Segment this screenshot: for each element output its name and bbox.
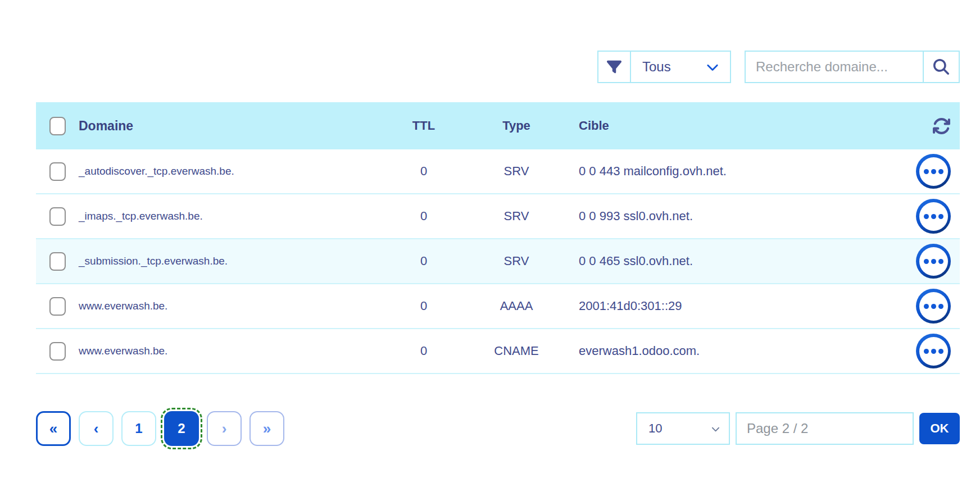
domain-cell: _imaps._tcp.everwash.be.	[79, 210, 379, 222]
column-header-target: Cible	[564, 119, 892, 133]
row-actions-button[interactable]	[916, 244, 951, 279]
target-cell: everwash1.odoo.com.	[564, 344, 892, 358]
page-1-button[interactable]: 1	[121, 411, 156, 446]
refresh-icon	[932, 117, 951, 135]
type-cell: AAAA	[469, 299, 564, 313]
ellipsis-icon	[919, 292, 948, 321]
table-header: Domaine TTL Type Cible	[36, 102, 960, 149]
row-actions-button[interactable]	[916, 334, 951, 368]
record-type-filter: Tous	[597, 51, 731, 83]
domain-cell: _submission._tcp.everwash.be.	[79, 255, 379, 267]
domain-cell: _autodiscover._tcp.everwash.be.	[79, 165, 379, 177]
toolbar: Tous	[36, 51, 960, 83]
table-row: www.everwash.be. 0 AAAA 2001:41d0:301::2…	[36, 284, 960, 329]
filter-selected-value: Tous	[642, 59, 671, 75]
next-page-button[interactable]: ›	[207, 411, 242, 446]
ttl-cell: 0	[379, 344, 469, 358]
ok-button[interactable]: OK	[919, 413, 960, 444]
page-size-select[interactable]: 10	[636, 412, 730, 445]
chevron-down-icon	[711, 425, 720, 433]
dns-records-table: Domaine TTL Type Cible _autodiscover._tc…	[36, 102, 960, 374]
ttl-cell: 0	[379, 254, 469, 268]
chevron-down-icon	[706, 61, 719, 73]
table-footer: « ‹ 1 2 › » 10 OK	[36, 411, 960, 446]
ttl-cell: 0	[379, 299, 469, 313]
ellipsis-icon	[919, 247, 948, 276]
row-actions-button[interactable]	[916, 154, 951, 189]
filter-type-select[interactable]: Tous	[631, 52, 730, 82]
dns-records-page: Tous Domaine TTL Type Cible	[0, 51, 980, 446]
table-row: _submission._tcp.everwash.be. 0 SRV 0 0 …	[36, 239, 960, 284]
search-input[interactable]	[746, 52, 923, 82]
column-header-ttl: TTL	[379, 119, 469, 133]
column-header-domain: Domaine	[79, 119, 379, 134]
select-all-checkbox[interactable]	[49, 117, 66, 135]
pagination: « ‹ 1 2 › »	[36, 411, 284, 446]
previous-page-button[interactable]: ‹	[79, 411, 114, 446]
target-cell: 2001:41d0:301::29	[564, 299, 892, 313]
ellipsis-icon	[919, 157, 948, 186]
ttl-cell: 0	[379, 164, 469, 179]
page-controls: 10 OK	[636, 412, 960, 445]
column-header-type: Type	[469, 119, 564, 133]
row-checkbox[interactable]	[49, 342, 66, 361]
row-checkbox[interactable]	[49, 162, 66, 181]
row-actions-button[interactable]	[916, 199, 951, 234]
domain-cell: www.everwash.be.	[79, 300, 379, 312]
type-cell: SRV	[469, 254, 564, 268]
ellipsis-icon	[919, 202, 948, 231]
type-cell: SRV	[469, 164, 564, 179]
target-cell: 0 0 993 ssl0.ovh.net.	[564, 209, 892, 224]
search-button[interactable]	[923, 52, 959, 82]
target-cell: 0 0 465 ssl0.ovh.net.	[564, 254, 892, 268]
table-row: _imaps._tcp.everwash.be. 0 SRV 0 0 993 s…	[36, 194, 960, 239]
last-page-button[interactable]: »	[249, 411, 284, 446]
search-icon	[933, 59, 949, 75]
type-cell: CNAME	[469, 344, 564, 358]
first-page-button[interactable]: «	[36, 411, 71, 446]
row-actions-button[interactable]	[916, 289, 951, 324]
table-row: _autodiscover._tcp.everwash.be. 0 SRV 0 …	[36, 149, 960, 194]
domain-cell: www.everwash.be.	[79, 345, 379, 357]
refresh-button[interactable]	[932, 117, 951, 135]
ttl-cell: 0	[379, 209, 469, 224]
row-checkbox[interactable]	[49, 252, 66, 271]
funnel-icon	[598, 52, 631, 82]
target-cell: 0 0 443 mailconfig.ovh.net.	[564, 164, 892, 179]
page-2-button-active[interactable]: 2	[164, 411, 199, 446]
table-row: www.everwash.be. 0 CNAME everwash1.odoo.…	[36, 329, 960, 374]
ellipsis-icon	[919, 337, 948, 366]
row-checkbox[interactable]	[49, 207, 66, 226]
row-checkbox[interactable]	[49, 297, 66, 316]
domain-search	[745, 51, 960, 83]
page-size-value: 10	[648, 421, 662, 436]
page-number-input[interactable]	[736, 412, 914, 445]
type-cell: SRV	[469, 209, 564, 224]
